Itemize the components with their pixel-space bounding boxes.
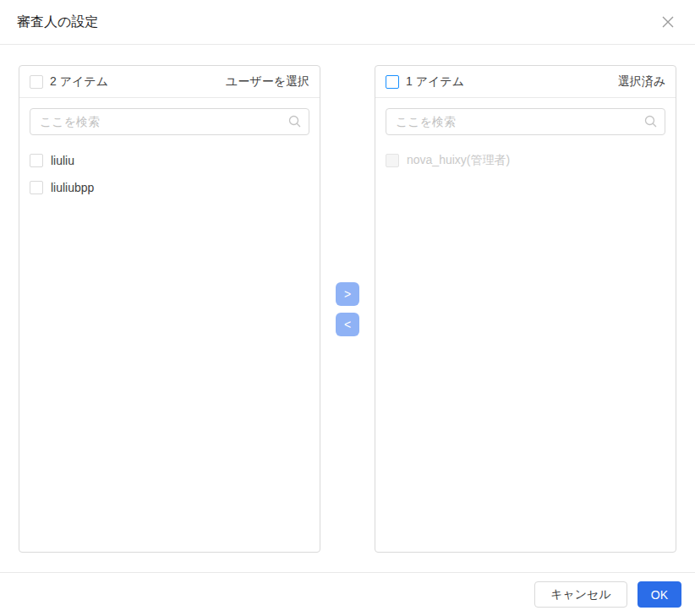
transfer-widget: 2 アイテム ユーザーを選択 liuliu xyxy=(19,65,676,553)
cancel-button[interactable]: キャンセル xyxy=(534,581,627,608)
list-item: nova_huixy(管理者) xyxy=(375,147,676,174)
dialog-header: 審査人の設定 xyxy=(0,0,695,45)
target-search-input[interactable] xyxy=(386,108,665,135)
target-panel-header: 1 アイテム 選択済み xyxy=(375,66,676,98)
transfer-target-panel: 1 アイテム 選択済み nova_huixy(管理者) xyxy=(375,65,676,553)
search-icon xyxy=(644,115,657,128)
move-left-button[interactable]: < xyxy=(336,313,359,336)
dialog-footer: キャンセル OK xyxy=(0,572,695,616)
target-search xyxy=(386,108,665,135)
source-panel-title: ユーザーを選択 xyxy=(226,74,309,90)
list-item[interactable]: liuliu xyxy=(19,147,320,174)
dialog-body: 2 アイテム ユーザーを選択 liuliu xyxy=(0,45,695,572)
close-button[interactable] xyxy=(658,12,678,32)
chevron-left-icon: < xyxy=(344,319,351,330)
item-label: liuliubpp xyxy=(51,181,94,194)
source-item-count: 2 アイテム xyxy=(50,74,108,90)
source-item-list: liuliu liuliubpp xyxy=(19,145,320,552)
reviewer-settings-dialog: 審査人の設定 2 アイテム ユーザーを選択 xyxy=(0,0,695,616)
source-search xyxy=(30,108,309,135)
move-right-button[interactable]: > xyxy=(336,282,359,306)
source-search-input[interactable] xyxy=(30,108,309,135)
dialog-title: 審査人の設定 xyxy=(17,14,98,31)
transfer-operations: > < xyxy=(321,282,374,336)
item-checkbox[interactable] xyxy=(30,154,43,167)
item-checkbox xyxy=(386,154,399,167)
item-label: nova_huixy(管理者) xyxy=(407,153,510,168)
source-select-all-checkbox[interactable] xyxy=(30,75,43,89)
target-item-list: nova_huixy(管理者) xyxy=(375,145,676,552)
target-select-all-checkbox[interactable] xyxy=(386,75,399,89)
list-item[interactable]: liuliubpp xyxy=(19,174,320,201)
target-item-count: 1 アイテム xyxy=(406,74,464,90)
search-icon xyxy=(288,115,301,128)
ok-button[interactable]: OK xyxy=(638,581,681,608)
item-checkbox[interactable] xyxy=(30,181,43,194)
item-label: liuliu xyxy=(51,154,74,167)
transfer-source-panel: 2 アイテム ユーザーを選択 liuliu xyxy=(19,65,320,553)
target-panel-title: 選択済み xyxy=(618,74,665,90)
chevron-right-icon: > xyxy=(344,288,351,300)
close-icon xyxy=(662,16,674,28)
source-panel-header: 2 アイテム ユーザーを選択 xyxy=(19,66,320,98)
